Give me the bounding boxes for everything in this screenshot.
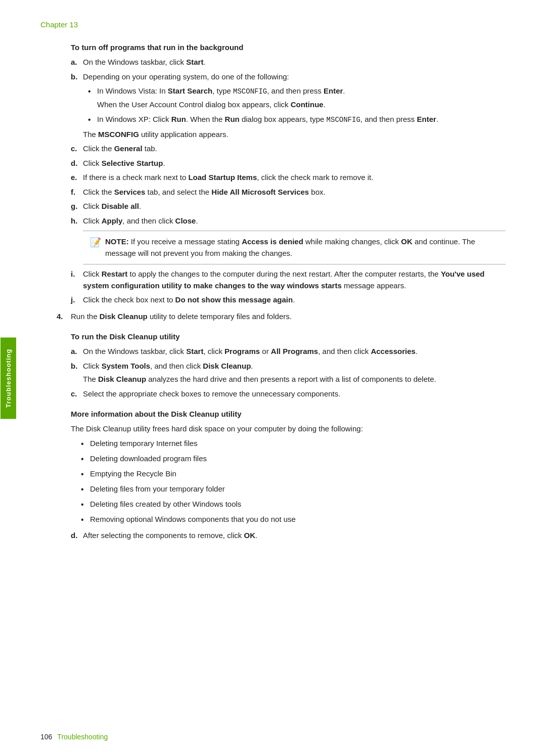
- dc-bullet-3-text: Emptying the Recycle Bin: [90, 468, 506, 480]
- side-tab-wrapper: Troubleshooting: [0, 370, 16, 386]
- dc-step-a-letter: a.: [71, 346, 83, 358]
- step-g-letter: g.: [71, 201, 83, 212]
- dc-step-c: c. Select the appropriate check boxes to…: [71, 388, 506, 400]
- step-j: j. Click the check box next to Do not sh…: [71, 294, 506, 306]
- step-b: b. Depending on your operating system, d…: [71, 71, 506, 141]
- step-d-letter: d.: [71, 158, 83, 169]
- sub-bullet-xp-text: In Windows XP: Click Run. When the Run d…: [97, 114, 506, 126]
- bullet-icon: •: [81, 514, 90, 526]
- dc-step-c-letter: c.: [71, 388, 83, 400]
- dc-bullet-1: • Deleting temporary Internet files: [81, 438, 506, 450]
- dc-step-b: b. Click System Tools, and then click Di…: [71, 361, 506, 385]
- note-text: NOTE: If you receive a message stating A…: [105, 236, 498, 259]
- dc-bullet-2-text: Deleting downloaded program files: [90, 453, 506, 465]
- sub-bullet-vista-text: In Windows Vista: In Start Search, type …: [97, 85, 506, 111]
- step-i: i. Click Restart to apply the changes to…: [71, 269, 506, 291]
- numbered-step-4: 4. Run the Disk Cleanup utility to delet…: [57, 311, 506, 323]
- chapter-label: Chapter 13: [40, 20, 506, 29]
- main-content: To turn off programs that run in the bac…: [71, 43, 506, 541]
- dc-step-a: a. On the Windows taskbar, click Start, …: [71, 346, 506, 358]
- note-box: 📝 NOTE: If you receive a message stating…: [83, 231, 506, 264]
- dc-bullet-1-text: Deleting temporary Internet files: [90, 438, 506, 450]
- step-a-content: On the Windows taskbar, click Start.: [83, 57, 506, 68]
- bullet-icon: •: [88, 85, 97, 111]
- step-4-num: 4.: [57, 311, 71, 323]
- step-d: d. Click Selective Startup.: [71, 158, 506, 169]
- dc-bullet-5-text: Deleting files created by other Windows …: [90, 499, 506, 511]
- disk-cleanup-steps: a. On the Windows taskbar, click Start, …: [71, 346, 506, 399]
- sub-bullet-xp: • In Windows XP: Click Run. When the Run…: [88, 114, 506, 126]
- dc-bullet-4-text: Deleting files from your temporary folde…: [90, 483, 506, 496]
- step-a: a. On the Windows taskbar, click Start.: [71, 57, 506, 68]
- step-e: e. If there is a check mark next to Load…: [71, 172, 506, 184]
- step-g-content: Click Disable all.: [83, 201, 506, 212]
- steps-i-j: i. Click Restart to apply the changes to…: [71, 269, 506, 306]
- bullet-icon: •: [81, 438, 90, 450]
- step-c-content: Click the General tab.: [83, 143, 506, 155]
- step-e-content: If there is a check mark next to Load St…: [83, 172, 506, 184]
- bullet-icon: •: [81, 453, 90, 465]
- step-d-content: Click Selective Startup.: [83, 158, 506, 169]
- sub-bullet-vista: • In Windows Vista: In Start Search, typ…: [88, 85, 506, 111]
- final-step-d-content: After selecting the components to remove…: [83, 530, 506, 542]
- step-e-letter: e.: [71, 172, 83, 184]
- section3-heading: More information about the Disk Cleanup …: [71, 410, 506, 418]
- dc-bullet-6-text: Removing optional Windows components tha…: [90, 514, 506, 526]
- step-c: c. Click the General tab.: [71, 143, 506, 155]
- dc-bullet-2: • Deleting downloaded program files: [81, 453, 506, 465]
- final-step-d-letter: d.: [71, 530, 83, 542]
- dc-step-b-letter: b.: [71, 361, 83, 385]
- dc-bullet-6: • Removing optional Windows components t…: [81, 514, 506, 526]
- step-h: h. Click Apply, and then click Close.: [71, 215, 506, 227]
- step-h-content: Click Apply, and then click Close.: [83, 215, 506, 227]
- step-4-content: Run the Disk Cleanup utility to delete t…: [71, 311, 506, 323]
- step-f-letter: f.: [71, 187, 83, 198]
- note-icon: 📝: [90, 237, 101, 248]
- step-b-subbullets: • In Windows Vista: In Start Search, typ…: [88, 85, 506, 126]
- dc-step-c-content: Select the appropriate check boxes to re…: [83, 388, 506, 400]
- step-b-content: Depending on your operating system, do o…: [83, 71, 506, 141]
- section1-heading: To turn off programs that run in the bac…: [71, 43, 506, 52]
- step-i-content: Click Restart to apply the changes to th…: [83, 269, 506, 291]
- footer-label: Troubleshooting: [57, 733, 108, 741]
- step-g: g. Click Disable all.: [71, 201, 506, 212]
- final-step-d: d. After selecting the components to rem…: [71, 530, 506, 542]
- dc-step-b-content: Click System Tools, and then click Disk …: [83, 361, 506, 385]
- dc-bullet-4: • Deleting files from your temporary fol…: [81, 483, 506, 496]
- disk-cleanup-bullets: • Deleting temporary Internet files • De…: [81, 438, 506, 526]
- dc-bullet-3: • Emptying the Recycle Bin: [81, 468, 506, 480]
- step-f: f. Click the Services tab, and select th…: [71, 187, 506, 198]
- footer-page-number: 106: [40, 733, 52, 741]
- step-h-letter: h.: [71, 215, 83, 227]
- dc-bullet-5: • Deleting files created by other Window…: [81, 499, 506, 511]
- step-j-content: Click the check box next to Do not show …: [83, 294, 506, 306]
- page-container: Chapter 13 To turn off programs that run…: [0, 0, 546, 756]
- step-j-letter: j.: [71, 294, 83, 306]
- step-a-letter: a.: [71, 57, 83, 68]
- disk-cleanup-info: The Disk Cleanup utility frees hard disk…: [71, 423, 506, 435]
- bullet-icon: •: [81, 483, 90, 496]
- dc-step-a-content: On the Windows taskbar, click Start, cli…: [83, 346, 506, 358]
- steps-a-h: a. On the Windows taskbar, click Start. …: [71, 57, 506, 227]
- final-step-d-item: d. After selecting the components to rem…: [71, 530, 506, 542]
- section2-heading: To run the Disk Cleanup utility: [71, 332, 506, 341]
- step-f-content: Click the Services tab, and select the H…: [83, 187, 506, 198]
- bullet-icon: •: [81, 499, 90, 511]
- step-c-letter: c.: [71, 143, 83, 155]
- side-tab: Troubleshooting: [1, 337, 16, 419]
- bullet-icon: •: [88, 114, 97, 126]
- step-b-letter: b.: [71, 71, 83, 141]
- step-4: 4. Run the Disk Cleanup utility to delet…: [57, 311, 506, 323]
- step-i-letter: i.: [71, 269, 83, 291]
- bullet-icon: •: [81, 468, 90, 480]
- footer: 106 Troubleshooting: [40, 733, 506, 741]
